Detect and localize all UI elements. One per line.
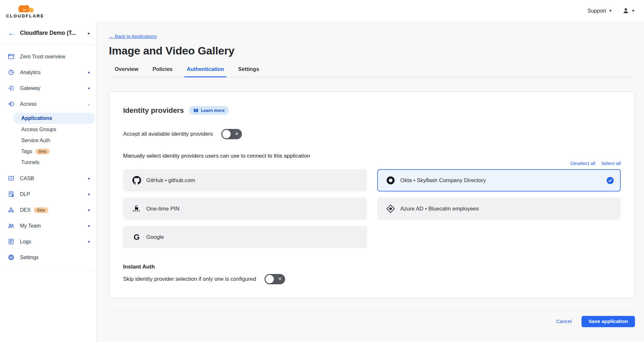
- sidebar-item-zero-trust-overview[interactable]: Zero Trust overview: [0, 49, 96, 64]
- sidebar-item-logs[interactable]: Logs ▾: [0, 234, 96, 249]
- provider-grid: GitHub • github.com Okta • Skyflash Comp…: [123, 169, 621, 248]
- sidebar-item-service-auth[interactable]: Service Auth: [0, 135, 96, 146]
- chevron-down-icon[interactable]: ▾: [88, 192, 90, 197]
- identity-providers-card: Identity providers Learn more Accept all…: [109, 92, 635, 298]
- chevron-up-icon[interactable]: ▴: [88, 102, 90, 106]
- accept-all-row: Accept all available identity providers …: [123, 129, 621, 139]
- instant-auth-toggle[interactable]: ✕: [264, 274, 285, 284]
- account-caret-icon: ▼: [631, 9, 635, 13]
- tab-bar: Overview Policies Authentication Setting…: [109, 66, 635, 77]
- cloudflare-wordmark: CLOUDFLARE: [6, 14, 44, 18]
- support-caret-icon: ▼: [609, 9, 612, 13]
- tab-overview[interactable]: Overview: [115, 66, 138, 77]
- toggle-knob: [265, 275, 274, 283]
- logs-icon: [8, 238, 14, 245]
- pin-mask-glyph: ****: [133, 211, 140, 212]
- user-icon: [622, 7, 629, 14]
- account-switcher[interactable]: ← Cloudflare Demo (T... ▸: [0, 22, 96, 45]
- sidebar-divider: [0, 270, 96, 270]
- sidebar: ← Cloudflare Demo (T... ▸ Zero Trust ove…: [0, 22, 97, 342]
- selected-check-icon: [607, 177, 614, 184]
- accept-all-label: Accept all available identity providers: [123, 131, 213, 137]
- deselect-all-link[interactable]: Deselect all: [571, 161, 596, 166]
- cloudflare-cloud-icon: [13, 4, 37, 13]
- provider-tile-github[interactable]: GitHub • github.com: [123, 169, 367, 191]
- chevron-right-icon: ▸: [88, 31, 90, 35]
- sidebar-nav: Zero Trust overview Analytics ▾ Gateway …: [0, 45, 96, 270]
- one-time-pin-icon: ****: [132, 205, 141, 212]
- provider-tile-okta[interactable]: Okta • Skyflash Company Directory: [377, 169, 621, 191]
- card-header: Identity providers Learn more: [123, 106, 621, 115]
- gear-icon: [8, 254, 14, 261]
- gateway-icon: [8, 85, 14, 92]
- top-actions: Support ▼ ▼: [587, 7, 635, 14]
- toggle-knob: [222, 130, 231, 138]
- dex-icon: [8, 207, 14, 213]
- account-menu[interactable]: ▼: [622, 7, 635, 14]
- page-title: Image and Video Gallery: [109, 44, 635, 57]
- google-icon: G: [132, 233, 141, 241]
- toggle-off-x-icon: ✕: [278, 274, 282, 284]
- learn-more-button[interactable]: Learn more: [189, 106, 229, 115]
- azure-ad-icon: [386, 204, 395, 213]
- manual-select-label: Manually select identity providers users…: [123, 153, 621, 159]
- sidebar-item-gateway[interactable]: Gateway ▾: [0, 80, 96, 96]
- accept-all-toggle[interactable]: ✕: [221, 129, 242, 139]
- back-to-applications-link[interactable]: ← Back to Applications: [109, 34, 157, 39]
- tab-authentication[interactable]: Authentication: [187, 66, 224, 77]
- sidebar-item-dex[interactable]: DEX Beta ▾: [0, 202, 96, 218]
- sidebar-item-analytics[interactable]: Analytics ▾: [0, 64, 96, 80]
- sidebar-item-tunnels[interactable]: Tunnels: [0, 157, 96, 168]
- github-icon: [132, 176, 141, 185]
- sidebar-item-dlp[interactable]: DLP ▾: [0, 186, 96, 202]
- chevron-down-icon[interactable]: ▾: [88, 208, 90, 212]
- selection-links: Deselect all Select all: [123, 161, 621, 166]
- sidebar-item-applications[interactable]: Applications: [13, 113, 95, 124]
- sidebar-item-access[interactable]: Access ▴: [0, 96, 96, 112]
- cloudflare-zero-trust-dashboard: CLOUDFLARE Support ▼ ▼ ← Cloudflare Demo…: [0, 0, 644, 342]
- provider-tile-google[interactable]: G Google: [123, 226, 367, 248]
- access-icon: [8, 101, 14, 107]
- sidebar-item-casb[interactable]: CASB ▾: [0, 171, 96, 186]
- analytics-icon: [8, 69, 14, 76]
- cloudflare-logo: CLOUDFLARE: [5, 4, 46, 18]
- sidebar-item-tags[interactable]: Tags Beta: [0, 146, 96, 157]
- provider-tile-azure-ad[interactable]: Azure AD • Bluecalm employees: [377, 198, 621, 220]
- sidebar-item-access-groups[interactable]: Access Groups: [0, 124, 96, 135]
- chevron-down-icon[interactable]: ▾: [88, 176, 90, 181]
- sidebar-item-settings[interactable]: Settings: [0, 249, 96, 265]
- tab-settings[interactable]: Settings: [238, 66, 259, 77]
- book-icon: [193, 108, 198, 113]
- save-application-button[interactable]: Save application: [582, 316, 635, 327]
- shell: ← Cloudflare Demo (T... ▸ Zero Trust ove…: [0, 22, 644, 342]
- access-subnav: Applications Access Groups Service Auth …: [0, 112, 96, 171]
- tab-policies[interactable]: Policies: [152, 66, 172, 77]
- team-icon: [8, 222, 14, 229]
- support-label: Support: [587, 8, 606, 14]
- instant-auth-heading: Instant Auth: [123, 264, 621, 270]
- top-bar: CLOUDFLARE Support ▼ ▼: [0, 0, 644, 22]
- chevron-down-icon[interactable]: ▾: [88, 224, 90, 228]
- provider-tile-one-time-pin[interactable]: **** One-time PIN: [123, 198, 367, 220]
- cancel-button[interactable]: Cancel: [556, 318, 572, 324]
- sidebar-item-my-team[interactable]: My Team ▾: [0, 218, 96, 234]
- account-name: Cloudflare Demo (T...: [20, 30, 83, 36]
- chevron-down-icon[interactable]: ▾: [88, 239, 90, 244]
- chevron-down-icon[interactable]: ▾: [88, 86, 90, 91]
- window-icon: [8, 53, 14, 60]
- casb-icon: [8, 175, 14, 182]
- dlp-icon: [8, 191, 14, 198]
- instant-auth-row: Skip identity provider selection if only…: [123, 274, 621, 284]
- chevron-down-icon[interactable]: ▾: [88, 70, 90, 75]
- instant-auth-label: Skip identity provider selection if only…: [123, 276, 256, 282]
- beta-badge: Beta: [34, 207, 48, 213]
- card-title: Identity providers: [123, 106, 184, 115]
- footer-actions: Cancel Save application: [109, 311, 635, 332]
- back-arrow-icon[interactable]: ←: [8, 29, 15, 37]
- okta-icon: [386, 176, 395, 185]
- select-all-link[interactable]: Select all: [601, 161, 621, 166]
- support-menu[interactable]: Support ▼: [587, 8, 612, 14]
- toggle-off-x-icon: ✕: [235, 129, 239, 139]
- main-content: ← Back to Applications Image and Video G…: [97, 22, 644, 342]
- beta-badge: Beta: [35, 149, 50, 154]
